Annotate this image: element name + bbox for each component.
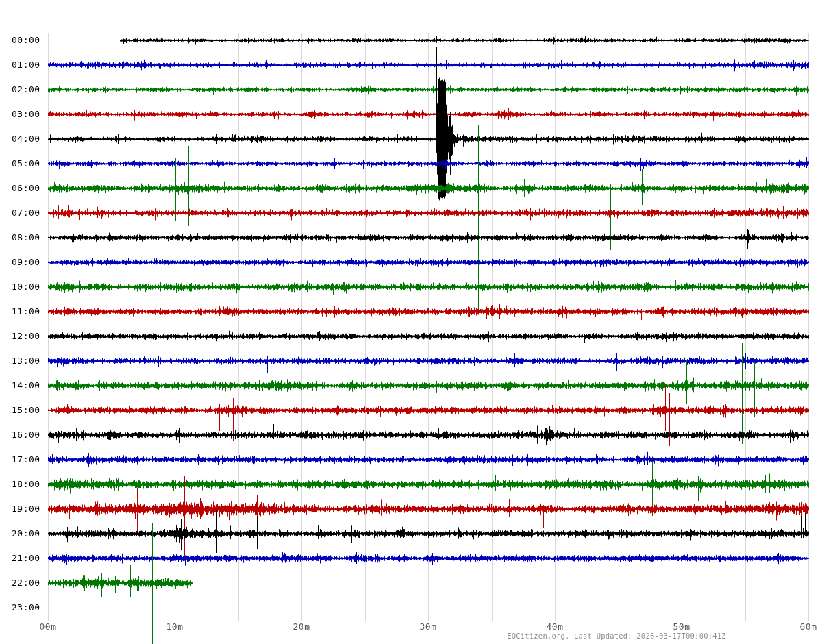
x-axis-tick-label: 30m <box>420 622 437 632</box>
hour-label: 21:00 <box>12 554 40 563</box>
hour-label: 10:00 <box>12 282 40 292</box>
hour-label: 20:00 <box>12 529 40 538</box>
x-axis-tick-label: 40m <box>547 622 564 632</box>
hour-label: 18:00 <box>12 480 40 489</box>
hour-label: 13:00 <box>12 356 40 366</box>
hour-label: 05:00 <box>12 159 40 169</box>
x-axis-tick-label: 00m <box>40 622 57 632</box>
x-axis-tick-label: 20m <box>293 622 310 632</box>
footer-status: EQCitizen.org. Last Updated: 2026-03-17T… <box>411 632 822 640</box>
hour-label: 01:00 <box>12 60 40 70</box>
hour-label: 02:00 <box>12 85 40 95</box>
hour-label: 16:00 <box>12 430 40 440</box>
hour-label: 14:00 <box>12 381 40 391</box>
hour-label: 06:00 <box>12 184 40 193</box>
hour-label: 15:00 <box>12 406 40 415</box>
hour-label: 22:00 <box>12 578 40 588</box>
hour-label: 00:00 <box>12 36 40 45</box>
x-axis-tick-label: 50m <box>673 622 690 632</box>
hour-label: 08:00 <box>12 233 40 243</box>
hour-label: 17:00 <box>12 455 40 465</box>
hour-label: 03:00 <box>12 110 40 119</box>
hour-label: 04:00 <box>12 134 40 144</box>
helicorder-page: { "header": { "brand": "EQCitizen", "tit… <box>0 0 822 644</box>
hour-label: 19:00 <box>12 504 40 514</box>
x-axis-tick-label: 10m <box>166 622 184 632</box>
hour-label: 11:00 <box>12 307 40 317</box>
hour-label: 23:00 <box>12 603 40 612</box>
hour-label: 07:00 <box>12 208 40 218</box>
helicorder-canvas <box>0 0 822 644</box>
hour-label: 09:00 <box>12 258 40 267</box>
hour-label: 12:00 <box>12 332 40 341</box>
x-axis-tick-label: 60m <box>800 622 817 632</box>
